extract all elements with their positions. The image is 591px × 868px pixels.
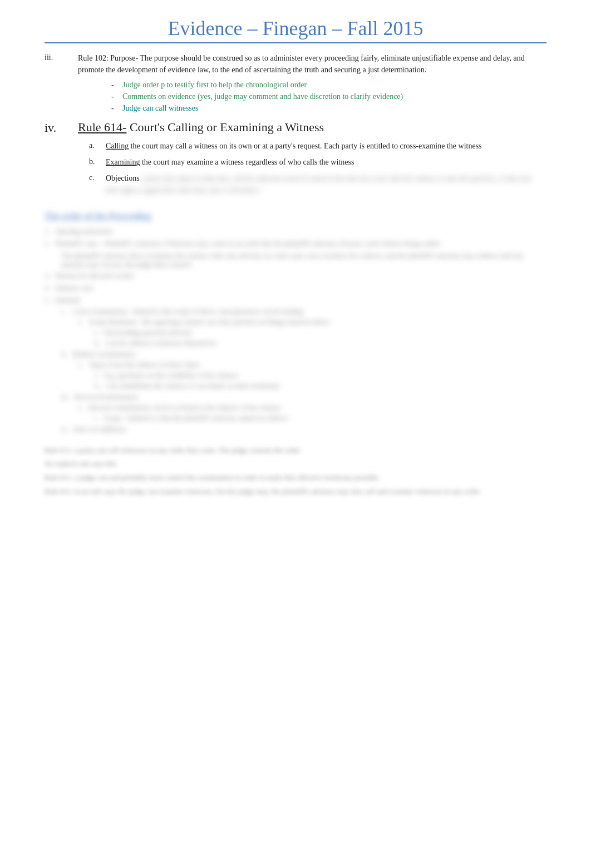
calling-body: the court may call a witness on its own … <box>129 142 481 150</box>
rule-102-body: The purpose should be construed so as to… <box>78 54 525 74</box>
rule-614-name: Rule 614- <box>78 120 126 134</box>
subsection-a: a. Calling the court may call a witness … <box>89 140 546 152</box>
subsection-b: b. Examining the court may examine a wit… <box>89 156 546 168</box>
bullet-2-text: Comments on evidence (yes, judge may com… <box>122 92 403 101</box>
blurred-heading: The order of the Proceeding <box>45 211 546 221</box>
rule-102-bullets: Judge order p to testify first to help t… <box>111 79 546 114</box>
bottom-blurred-section: Rule 611: a party can call witnesses in … <box>45 445 546 498</box>
objections-blurred: a party may object at that time, and the… <box>106 174 532 194</box>
calling-label: Calling <box>106 142 129 150</box>
section-iii-label: iii. <box>45 52 78 114</box>
content-area: iii. Rule 102: Purpose- The purpose shou… <box>45 52 546 498</box>
section-iv-label: iv. <box>45 120 78 200</box>
bullet-3-text: Judge can call witnesses <box>122 104 198 112</box>
subsection-c: c. Objections a party may object at that… <box>89 172 546 196</box>
subsection-b-text: Examining the court may examine a witnes… <box>106 156 546 168</box>
subsection-a-text: Calling the court may call a witness on … <box>106 140 546 152</box>
subsection-c-text: Objections a party may object at that ti… <box>106 172 546 196</box>
bullet-item-2: Comments on evidence (yes, judge may com… <box>111 91 546 102</box>
rule-102-name: Rule 102: Purpose <box>78 54 135 62</box>
blurred-proceeding-content: The order of the Proceeding 1. Opening s… <box>45 211 546 434</box>
section-iii-content: Rule 102: Purpose- The purpose should be… <box>78 52 546 114</box>
rule-614-heading: Rule 614- Court's Calling or Examining a… <box>78 120 546 136</box>
rule-102-heading: Rule 102: Purpose- The purpose should be… <box>78 52 546 76</box>
rule-614-subsections: a. Calling the court may call a witness … <box>89 140 546 196</box>
bullet-item-1: Judge order p to testify first to help t… <box>111 79 546 91</box>
bottom-blurred-content: Rule 611: a party can call witnesses in … <box>45 445 546 498</box>
subsection-b-label: b. <box>89 156 106 168</box>
section-iv: iv. Rule 614- Court's Calling or Examini… <box>45 120 546 200</box>
subsection-c-label: c. <box>89 172 106 196</box>
section-iv-content: Rule 614- Court's Calling or Examining a… <box>78 120 546 200</box>
examining-label: Examining <box>106 158 140 166</box>
examining-body: the court may examine a witness regardle… <box>140 158 354 166</box>
subsection-a-label: a. <box>89 140 106 152</box>
section-iii: iii. Rule 102: Purpose- The purpose shou… <box>45 52 546 114</box>
bullet-item-3: Judge can call witnesses <box>111 102 546 114</box>
objections-text: Objections <box>106 174 140 182</box>
page-title: Evidence – Finegan – Fall 2015 <box>45 17 546 43</box>
blurred-proceeding-section: The order of the Proceeding 1. Opening s… <box>45 211 546 434</box>
bullet-1-text: Judge order p to testify first to help t… <box>122 81 307 89</box>
